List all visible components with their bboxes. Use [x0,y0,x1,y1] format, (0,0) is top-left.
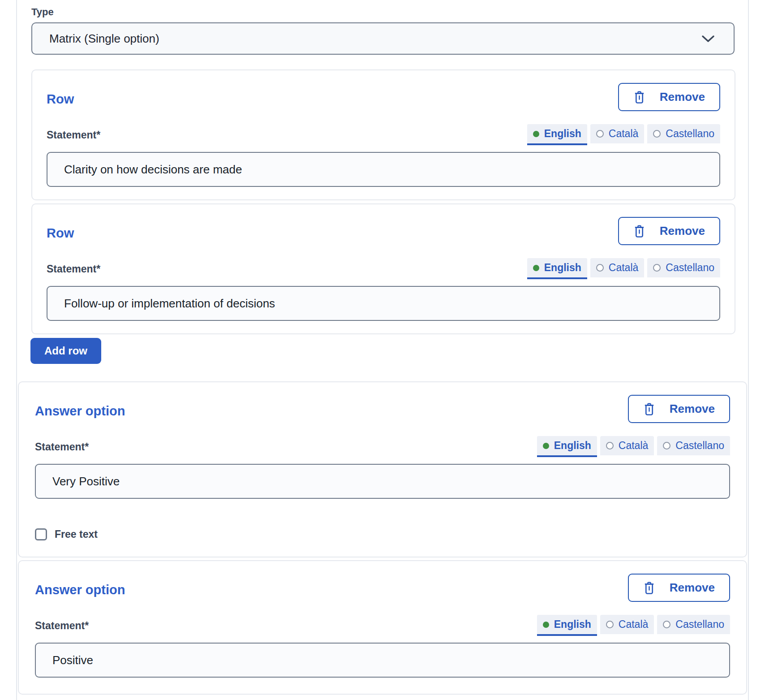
trash-icon [633,91,645,104]
statement-input[interactable] [35,643,730,678]
add-row-button[interactable]: Add row [30,338,101,364]
row-card: Row Remove Statement* English [31,203,735,334]
answer-option-header: Answer option Remove [35,574,730,602]
statement-header: Statement* English Català Castellano [47,258,720,279]
lang-tab-label: Català [619,440,648,452]
radio-circle-icon [596,264,604,272]
free-text-row: Free text [35,528,730,540]
statement-input[interactable] [35,464,730,499]
statement-input[interactable] [47,286,720,321]
free-text-label: Free text [55,528,98,540]
answer-option-title: Answer option [35,583,125,597]
answer-option-card: Answer option Remove Statement* [18,560,747,695]
type-field-label: Type [31,6,748,18]
remove-answer-option-button[interactable]: Remove [628,395,730,423]
remove-button-label: Remove [670,402,715,416]
lang-tab-castellano[interactable]: Castellano [657,615,730,636]
statement-header: Statement* English Català Castellano [35,615,730,636]
active-language-dot-icon [543,622,549,628]
lang-tab-castellano[interactable]: Castellano [647,258,720,279]
remove-button-label: Remove [660,224,705,238]
language-tabs: English Català Castellano [537,436,730,457]
lang-tab-castellano[interactable]: Castellano [657,436,730,457]
active-language-dot-icon [543,443,549,449]
language-tabs: English Català Castellano [537,615,730,636]
row-card-title: Row [47,92,74,107]
lang-tab-catala[interactable]: Català [600,615,654,636]
remove-button-label: Remove [670,581,715,595]
radio-circle-icon [596,130,604,138]
lang-tab-catala[interactable]: Català [590,258,644,279]
active-language-dot-icon [533,131,539,137]
lang-tab-label: Català [609,128,638,140]
lang-tab-english[interactable]: English [527,124,587,145]
active-language-dot-icon [533,265,539,271]
statement-label: Statement* [47,129,100,145]
statement-input[interactable] [47,152,720,187]
remove-row-button[interactable]: Remove [618,217,720,245]
lang-tab-english[interactable]: English [537,436,597,457]
trash-icon [633,225,645,238]
lang-tab-label: Castellano [666,262,714,274]
language-tabs: English Català Castellano [527,124,720,145]
lang-tab-castellano[interactable]: Castellano [647,124,720,145]
radio-circle-icon [663,442,670,449]
answer-option-header: Answer option Remove [35,395,730,423]
lang-tab-label: Català [619,618,648,631]
row-card: Row Remove Statement* English [31,69,735,200]
lang-tab-label: English [554,618,591,631]
lang-tab-label: English [544,128,581,140]
radio-circle-icon [653,130,661,138]
question-editor-page: Type Matrix (Single option) Row Remove [0,0,765,700]
statement-label: Statement* [35,441,89,457]
statement-label: Statement* [47,263,100,279]
lang-tab-label: English [554,440,591,452]
lang-tab-english[interactable]: English [537,615,597,636]
statement-label: Statement* [35,620,89,636]
trash-icon [643,402,655,416]
language-tabs: English Català Castellano [527,258,720,279]
remove-row-button[interactable]: Remove [618,83,720,111]
type-select-value: Matrix (Single option) [49,32,159,46]
row-card-title: Row [47,226,74,241]
row-card-header: Row Remove [47,217,720,245]
type-select[interactable]: Matrix (Single option) [31,22,735,55]
free-text-checkbox[interactable] [35,528,47,540]
lang-tab-catala[interactable]: Català [590,124,644,145]
radio-circle-icon [663,621,670,628]
trash-icon [643,581,655,595]
lang-tab-label: Català [609,262,638,274]
lang-tab-label: English [544,262,581,274]
lang-tab-label: Castellano [675,440,724,452]
lang-tab-english[interactable]: English [527,258,587,279]
lang-tab-catala[interactable]: Català [600,436,654,457]
radio-circle-icon [606,621,614,628]
statement-header: Statement* English Català Castellano [47,124,720,145]
chevron-down-icon [701,35,715,43]
question-editor-panel: Type Matrix (Single option) Row Remove [16,0,749,700]
remove-button-label: Remove [660,90,705,104]
row-card-header: Row Remove [47,83,720,111]
radio-circle-icon [606,442,614,449]
answer-option-card: Answer option Remove Statement* [18,381,747,557]
lang-tab-label: Castellano [675,618,724,631]
remove-answer-option-button[interactable]: Remove [628,574,730,602]
lang-tab-label: Castellano [666,128,714,140]
radio-circle-icon [653,264,661,272]
statement-header: Statement* English Català Castellano [35,436,730,457]
answer-option-title: Answer option [35,404,125,419]
